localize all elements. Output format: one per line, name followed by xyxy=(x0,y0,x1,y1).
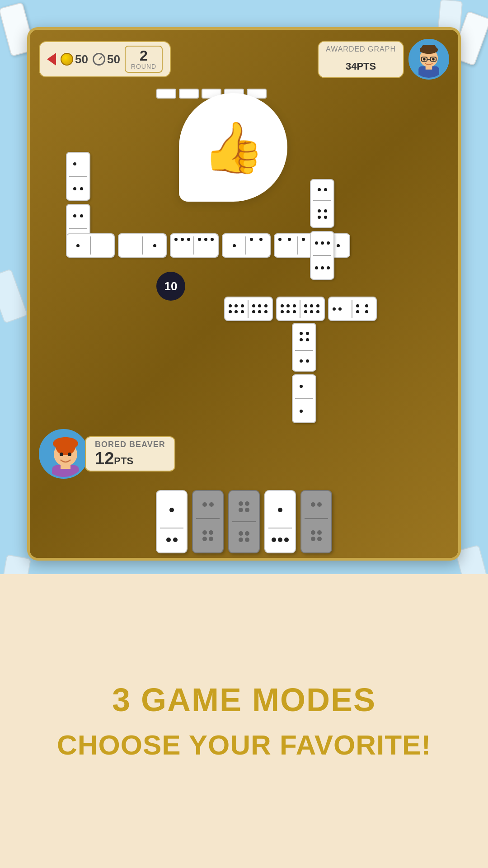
svg-point-9 xyxy=(432,58,434,60)
hand-domino-2[interactable] xyxy=(192,490,224,553)
coin-icon xyxy=(61,53,73,66)
back-arrow-icon xyxy=(47,53,56,66)
svg-point-8 xyxy=(423,58,425,60)
round-label: ROUND xyxy=(131,63,156,70)
domino-4 xyxy=(118,233,167,258)
player-hand xyxy=(34,490,454,553)
player-avatar xyxy=(39,429,89,479)
hand-domino-4[interactable] xyxy=(264,490,296,553)
domino-1 xyxy=(66,152,90,201)
coin-area: 50 xyxy=(61,52,88,66)
svg-point-18 xyxy=(60,453,63,456)
back-button-area[interactable]: 50 50 2 ROUND xyxy=(39,41,171,77)
top-bar: 50 50 2 ROUND AWARDED GRAPH 34PTS xyxy=(39,39,449,80)
score-badge: 10 xyxy=(156,272,185,301)
domino-cross-h3 xyxy=(328,297,377,321)
domino-v1 xyxy=(310,179,334,228)
hand-domino-5[interactable] xyxy=(300,490,332,553)
awarded-points: 34PTS xyxy=(326,53,396,74)
svg-rect-11 xyxy=(422,45,436,51)
round-box: 2 ROUND xyxy=(125,46,163,73)
domino-6 xyxy=(222,233,271,258)
domino-5 xyxy=(170,233,219,258)
round-number: 2 xyxy=(131,48,156,63)
bottom-section: 3 GAME MODES CHOOSE YOUR FAVORITE! xyxy=(0,574,488,868)
player-score-panel: BORED BEAVER 12PTS xyxy=(85,436,175,472)
awarded-label: AWARDED GRAPH xyxy=(326,45,396,53)
timer-count: 50 xyxy=(107,52,120,66)
domino-cross-h1 xyxy=(224,297,273,321)
game-modes-title: 3 GAME MODES xyxy=(112,680,376,719)
domino-3 xyxy=(66,233,115,258)
domino-cross-h2 xyxy=(276,297,325,321)
coin-count: 50 xyxy=(75,52,88,66)
player-name: BORED BEAVER xyxy=(95,440,165,449)
awarded-panel: AWARDED GRAPH 34PTS xyxy=(318,41,404,78)
game-board: 50 50 2 ROUND AWARDED GRAPH 34PTS xyxy=(27,27,461,561)
hand-domino-3[interactable] xyxy=(228,490,260,553)
timer-area: 50 xyxy=(93,52,120,66)
domino-v2 xyxy=(310,231,334,280)
svg-point-17 xyxy=(56,437,75,455)
choose-favorite-text: CHOOSE YOUR FAVORITE! xyxy=(57,728,431,762)
timer-icon xyxy=(93,53,105,66)
player-bottom-area: BORED BEAVER 12PTS xyxy=(39,429,175,479)
player-points: 12PTS xyxy=(95,449,165,468)
thumbs-up-bubble: 👍 xyxy=(179,93,287,202)
domino-cross-v1 xyxy=(292,323,316,372)
svg-point-19 xyxy=(68,453,71,456)
domino-cross-v2 xyxy=(292,374,316,423)
hand-domino-1[interactable] xyxy=(156,490,188,553)
opponent-avatar xyxy=(408,39,449,80)
